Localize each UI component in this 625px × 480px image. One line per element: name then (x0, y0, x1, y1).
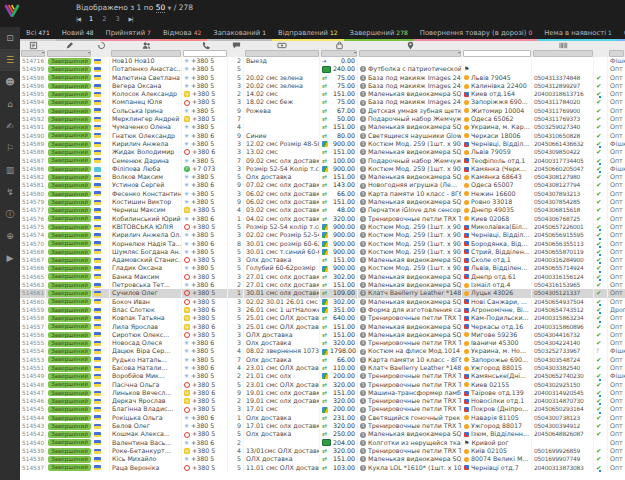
status-tab[interactable]: Новий48 (56, 27, 100, 41)
table-row[interactable]: 514593 Завершений Сольська Ірина +380 5 … (20, 107, 625, 115)
table-row[interactable]: 514595 Завершений Колосок Александр ig+3… (20, 90, 625, 98)
table-row[interactable]: 514554 Завершений Дацюк Віра Сер... +380… (20, 347, 625, 355)
ttn-number[interactable]: 0504302925150 (532, 381, 594, 389)
ttn-number[interactable]: 0501699926859 (532, 447, 594, 455)
ttn-number[interactable]: 0504311784020 (532, 98, 594, 106)
ttn-number[interactable]: 0504304416732 (532, 331, 594, 339)
table-row[interactable]: 514581 Завершений Устинов Сергей +380 6 … (20, 181, 625, 189)
ttn-number[interactable]: 0504300738123 (532, 414, 594, 422)
page-number-button[interactable]: 3 (115, 15, 119, 23)
sidebar-item[interactable]: ▥ (0, 159, 20, 181)
sidebar-item[interactable]: ⊡ (0, 27, 20, 49)
table-row[interactable]: 514547 Завершений Линьков Вячесл... ig+3… (20, 389, 625, 397)
filter-status[interactable] (47, 50, 91, 57)
first-page-button[interactable]: |◀ (76, 16, 80, 22)
sidebar-item[interactable]: ⓘ (0, 203, 20, 225)
table-row[interactable]: 514545 Завершений Благінна Владис... +38… (20, 405, 625, 413)
table-row[interactable]: 514553 Завершений Рудько Наталь... +380 … (20, 356, 625, 364)
table-row[interactable]: 514574 Завершений Кирилич Анжела Ол... +… (20, 231, 625, 239)
ttn-number[interactable]: 20450654743512 (532, 306, 594, 314)
table-row[interactable]: 514586 Завершений Філіпова Люба ✆+7 073 … (20, 165, 625, 173)
ttn-number[interactable]: 0504313374848 (532, 74, 594, 82)
ttn-number[interactable]: 0504310650828 (532, 132, 594, 140)
table-row[interactable]: 514565 Завершений Банка Максим +380 5 3 … (20, 273, 625, 281)
sidebar-item[interactable]: ⚐ (0, 137, 20, 159)
ttn-number[interactable]: 20400313873083 (532, 464, 594, 472)
table-row[interactable]: 514537 Завершений Раца Вероніка +380 5 5… (20, 464, 625, 472)
ttn-number[interactable]: 20450654937504 (532, 298, 594, 306)
sidebar-item[interactable]: ✍ (0, 115, 20, 137)
status-tab[interactable]: Повернення товару (в дорозі)0 (414, 27, 538, 41)
status-tab[interactable]: Всі471 (20, 27, 56, 41)
ttn-number[interactable]: 0501699907749 (532, 455, 594, 463)
ttn-number[interactable]: 0504307893213 (532, 190, 594, 198)
ttn-number[interactable] (532, 439, 594, 447)
ttn-number[interactable]: 0504308127980 (532, 173, 594, 181)
table-row[interactable]: 514596 Завершений Вегера Оксана +380 5 3… (20, 82, 625, 90)
table-row[interactable]: 514589 Завершений Кирилич Анжела +380 5 … (20, 140, 625, 148)
ttn-number[interactable]: 0504300394912 (532, 422, 594, 430)
table-row[interactable]: 514576 Завершений Кобилинський Юрий +380… (20, 215, 625, 223)
table-row[interactable]: 514575 Завершений КВІТОВСЬКА ЮЛІЯ +380 5… (20, 223, 625, 231)
table-row[interactable]: 514561 Завершений Сучилов Олег +380 5 1 … (20, 289, 625, 297)
table-row[interactable]: 514582 Завершений Волков Максим +380 5 5… (20, 173, 625, 181)
table-row[interactable]: 514568 Завершений Шумляс Богдана Ан... +… (20, 248, 625, 256)
table-row[interactable]: 514559 Завершений Влас Слотюк ig+380 6 3… (20, 306, 625, 314)
table-row[interactable]: 514548 Завершений Пасічна Ольга +380 5 5… (20, 381, 625, 389)
per-page-dropdown[interactable]: 50 (156, 3, 166, 13)
ttn-number[interactable]: 0504316153965 (532, 281, 594, 289)
ttn-number[interactable]: 20400315863234 (532, 314, 594, 322)
table-row[interactable]: 514546 Завершений Деркач Ярослав ig+380 … (20, 397, 625, 405)
table-row[interactable]: 514540 Завершений Валентина Вась... +380… (20, 439, 625, 447)
ttn-number[interactable]: 0504309850422 (532, 148, 594, 156)
filter-price[interactable] (321, 50, 357, 57)
ttn-number[interactable]: 20450660205047 (532, 165, 594, 173)
table-row[interactable]: 514716 Завершений Нов10 Нов10 +380 5 2 В… (20, 57, 625, 65)
table-row[interactable]: 514592 Завершений Мерклингер Андрей ig+3… (20, 115, 625, 123)
table-row[interactable]: 514542 Завершений Кошмак Алекса... +380 … (20, 430, 625, 438)
status-tab[interactable]: Нема в наявності1 (538, 27, 618, 41)
ttn-number[interactable]: 0504307854285 (532, 198, 594, 206)
status-tab[interactable]: Запакований1 (207, 27, 272, 41)
ttn-number[interactable]: 20400317734405 (532, 157, 594, 165)
ttn-number[interactable]: 20450656355113 (532, 240, 594, 248)
filter-name[interactable] (111, 50, 181, 57)
ttn-number[interactable]: 0504311769900 (532, 107, 594, 115)
status-tab[interactable]: Завершений278 (344, 27, 414, 41)
ttn-number[interactable]: 0504305121337 (532, 289, 594, 297)
table-row[interactable]: 514551 Завершений Басова Натали... +380 … (20, 364, 625, 372)
ttn-number[interactable]: 20400315860896 (532, 323, 594, 331)
table-row[interactable]: 514588 Завершений Жидак Володимир +380 6… (20, 148, 625, 156)
ttn-number[interactable]: 20450650293164 (532, 405, 594, 413)
table-row[interactable]: 514567 Завершений Адамовский Станис... +… (20, 256, 625, 264)
ttn-number[interactable]: 20450655714924 (532, 264, 594, 272)
sidebar-item[interactable]: ⌂ (0, 93, 20, 115)
ttn-number[interactable]: 20400314870730 (532, 397, 594, 405)
ttn-number[interactable]: 0504304224140 (532, 339, 594, 347)
sidebar-item[interactable]: ↯ (0, 181, 20, 203)
filter-phone-input[interactable] (183, 50, 227, 57)
table-row[interactable]: 514591 Завершений Чумаченко Олена +380 5… (20, 123, 625, 131)
filter-ttn[interactable] (533, 50, 593, 57)
table-row[interactable]: 514579 Завершений Костишин Виктор +380 5… (20, 198, 625, 206)
page-number-button[interactable]: 2 (102, 15, 106, 23)
table-row[interactable]: 514563 Завершений Петровська Тет... +380… (20, 281, 625, 289)
sidebar-item[interactable]: ☰ (0, 49, 20, 71)
ttn-number[interactable]: 0504312899297 (532, 82, 594, 90)
page-number-button[interactable]: 1 (89, 15, 93, 23)
sidebar-item[interactable]: ⊕ (0, 225, 20, 247)
ttn-number[interactable]: 0504311769373 (532, 115, 594, 123)
table-row[interactable]: 514590 Завершений Гнатюк Олександр +380 … (20, 132, 625, 140)
ttn-number[interactable]: 0504306768725 (532, 215, 594, 223)
table-row[interactable]: 514599 Завершений Потапенко Анастас... +… (20, 65, 625, 73)
table-row[interactable]: 514557 Завершений Лила Ярослав ig+380 6 … (20, 323, 625, 331)
sidebar-item[interactable]: ☻ (0, 71, 20, 93)
sidebar-item[interactable]: ▶ (0, 247, 20, 269)
ttn-number[interactable] (532, 65, 594, 73)
ttn-number[interactable]: 0504306815618 (532, 206, 594, 214)
table-row[interactable]: 514594 Завершений Компанец Юля +380 5 3 … (20, 98, 625, 106)
table-row[interactable]: 514566 Завершений Гладик Оксана +380 5 5… (20, 264, 625, 272)
table-row[interactable]: 514538 Завершений Кісь Михайло +380 5 5 … (20, 455, 625, 463)
status-tab[interactable]: Відправлений12 (272, 27, 344, 41)
ttn-number[interactable]: 0504308127794 (532, 181, 594, 189)
